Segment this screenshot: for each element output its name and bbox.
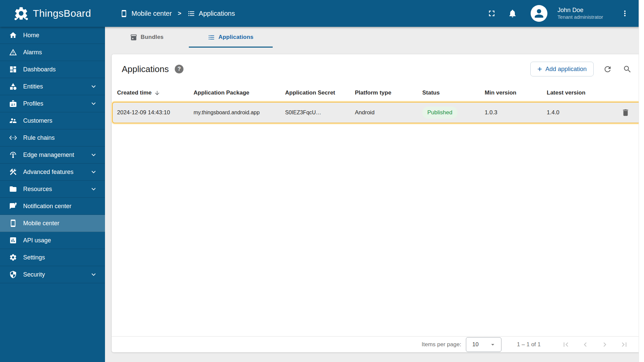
page-size-select[interactable]: 10 <box>466 337 501 352</box>
column-latest-version[interactable]: Latest version <box>547 89 610 96</box>
sidebar-item-settings[interactable]: Settings <box>0 249 105 266</box>
cell-created-time: 2024-12-09 14:43:10 <box>117 109 194 116</box>
column-created-time[interactable]: Created time <box>117 89 194 96</box>
sidebar-item-home[interactable]: Home <box>0 27 105 44</box>
cell-min-version: 1.0.3 <box>485 109 547 116</box>
user-name: John Doe <box>557 6 603 14</box>
sidebar-item-customers[interactable]: Customers <box>0 112 105 129</box>
first-page-button[interactable] <box>560 339 572 350</box>
first-page-icon <box>561 340 570 349</box>
refresh-icon <box>603 65 612 74</box>
page-range-label: 1 – 1 of 1 <box>517 341 541 348</box>
sidebar-item-resources[interactable]: Resources <box>0 181 105 198</box>
column-status[interactable]: Status <box>422 89 485 96</box>
page-scrollbar[interactable] <box>639 0 644 362</box>
app-root: ThingsBoard Mobile center > Applications <box>0 0 644 362</box>
notifications-button[interactable] <box>506 7 519 19</box>
sidebar-item-advanced-features[interactable]: Advanced features <box>0 164 105 181</box>
table-row[interactable]: 2024-12-09 14:43:10 my.thingsboard.andro… <box>112 102 641 123</box>
chart-icon <box>9 236 17 244</box>
trash-icon <box>621 108 630 117</box>
chevron-down-icon <box>90 151 98 159</box>
sidebar-item-entities[interactable]: Entities <box>0 78 105 95</box>
thingsboard-logo[interactable]: ThingsBoard <box>0 6 105 21</box>
column-platform-type[interactable]: Platform type <box>355 89 422 96</box>
sidebar-item-alarms[interactable]: Alarms <box>0 44 105 61</box>
chevron-down-icon <box>90 82 98 90</box>
table-header-row: Created time Application Package Applica… <box>112 84 641 102</box>
column-application-package[interactable]: Application Package <box>194 89 285 96</box>
breadcrumb: Mobile center > Applications <box>120 10 235 17</box>
sidebar: Home Alarms Dashboards Entities Profiles <box>0 27 105 362</box>
column-min-version[interactable]: Min version <box>485 89 547 96</box>
sidebar-item-mobile-center[interactable]: Mobile center <box>0 215 105 232</box>
more-menu-button[interactable] <box>619 8 631 19</box>
sidebar-item-api-usage[interactable]: API usage <box>0 232 105 249</box>
refresh-button[interactable] <box>602 63 613 75</box>
breadcrumb-applications[interactable]: Applications <box>187 10 235 17</box>
search-icon <box>623 65 632 74</box>
category-icon <box>9 82 17 90</box>
applications-panel: Applications ? + Add application <box>112 54 641 352</box>
sidebar-item-edge-management[interactable]: Edge management <box>0 146 105 164</box>
plus-icon: + <box>537 65 542 73</box>
avatar[interactable] <box>531 5 547 22</box>
badge-icon <box>9 100 17 108</box>
last-page-button[interactable] <box>619 339 630 350</box>
user-role: Tenant administrator <box>557 14 603 20</box>
status-badge: Published <box>422 107 458 119</box>
brand-name: ThingsBoard <box>33 8 91 19</box>
bundle-icon <box>130 34 137 41</box>
user-info[interactable]: John Doe Tenant administrator <box>557 6 603 20</box>
tab-bundles[interactable]: Bundles <box>105 27 189 48</box>
panel-actions: + Add application <box>530 62 633 76</box>
fullscreen-button[interactable] <box>486 7 498 19</box>
list-icon <box>208 34 215 41</box>
breadcrumb-mobile-center[interactable]: Mobile center <box>120 10 172 17</box>
thingsboard-logo-icon <box>13 6 29 21</box>
chevron-down-icon <box>90 185 98 193</box>
pagination-nav <box>560 339 630 350</box>
column-application-secret[interactable]: Application Secret <box>285 89 355 96</box>
tab-applications[interactable]: Applications <box>189 27 273 48</box>
chevron-down-icon <box>90 168 98 176</box>
bell-icon <box>508 9 517 18</box>
antenna-icon <box>9 151 17 159</box>
chevron-down-icon <box>90 100 98 108</box>
home-icon <box>9 31 17 39</box>
previous-page-button[interactable] <box>580 339 591 350</box>
tab-bar: Bundles Applications <box>105 27 644 48</box>
cell-latest-version: 1.4.0 <box>547 109 610 116</box>
cell-platform-type: Android <box>355 109 422 116</box>
search-button[interactable] <box>622 63 633 75</box>
fullscreen-icon <box>487 9 496 18</box>
next-page-button[interactable] <box>599 339 610 350</box>
sidebar-item-profiles[interactable]: Profiles <box>0 95 105 112</box>
panel-header: Applications ? + Add application <box>112 54 641 84</box>
sidebar-item-rule-chains[interactable]: Rule chains <box>0 129 105 146</box>
sidebar-item-notification-center[interactable]: Notification center <box>0 198 105 215</box>
table-empty-area <box>112 123 641 336</box>
cell-application-secret: S0IEZ3FqcU… <box>285 110 355 116</box>
gear-icon <box>9 253 17 261</box>
dropdown-arrow-icon <box>489 341 496 348</box>
chevron-left-icon <box>581 340 590 349</box>
last-page-icon <box>620 340 629 349</box>
help-icon[interactable]: ? <box>175 65 183 73</box>
delete-button[interactable] <box>610 108 640 117</box>
people-icon <box>9 117 17 125</box>
page-title: Applications <box>122 64 169 74</box>
items-per-page-label: Items per page: <box>422 341 461 348</box>
header-actions: John Doe Tenant administrator <box>486 5 644 22</box>
chevron-right-icon <box>600 340 609 349</box>
warning-icon <box>9 48 17 56</box>
sidebar-item-security[interactable]: Security <box>0 266 105 283</box>
smartphone-icon <box>120 10 128 17</box>
sidebar-item-dashboards[interactable]: Dashboards <box>0 61 105 78</box>
chevron-down-icon <box>90 270 98 279</box>
construction-icon <box>9 168 17 176</box>
notification-bubble-icon <box>9 202 17 210</box>
person-icon <box>533 7 545 20</box>
main-content: Bundles Applications Applications ? + Ad… <box>105 27 644 362</box>
add-application-button[interactable]: + Add application <box>530 62 594 76</box>
